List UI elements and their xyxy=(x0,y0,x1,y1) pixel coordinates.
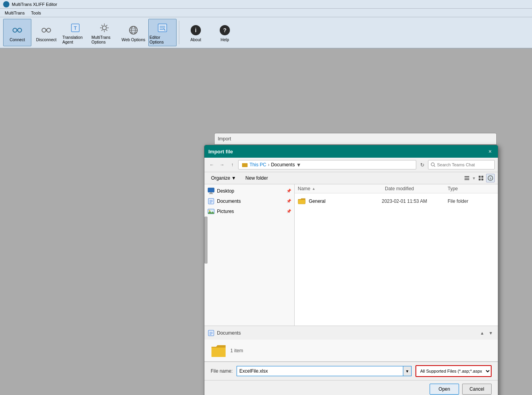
folder-scroll-down-button[interactable]: ▼ xyxy=(487,329,495,337)
breadcrumb-current: Documents xyxy=(271,162,295,167)
main-area: Import Import file × ← → ↑ This PC › Doc… xyxy=(0,49,532,395)
col-type-header[interactable]: Type xyxy=(448,186,495,191)
current-folder-label: Documents xyxy=(217,330,241,336)
filetype-dropdown: All Supported Files (*.asp;*.aspx All Fi… xyxy=(415,365,492,377)
view-dropdown-arrow[interactable]: ▼ xyxy=(472,176,476,180)
toolbar-btn-translation-agent[interactable]: T Translation Agent xyxy=(61,19,89,46)
sidebar-item-pictures[interactable]: Pictures 📌 xyxy=(204,206,294,217)
pin-icon: 📌 xyxy=(286,189,291,193)
app-title: MultiTrans XLIFF Editor xyxy=(12,2,57,7)
filename-dropdown-button[interactable]: ▼ xyxy=(403,366,412,376)
main-panel: Name ▲ Date modified Type xyxy=(295,184,498,326)
file-browser: Desktop 📌 Documents 📌 xyxy=(204,184,498,326)
import-title-label: Import xyxy=(218,136,231,142)
toolbar-btn-help[interactable]: ? Help xyxy=(211,19,239,46)
folder-large-icon xyxy=(211,344,226,358)
organize-label: Organize xyxy=(211,175,230,181)
help-view-icon: ? xyxy=(488,175,493,181)
toolbar-btn-connect[interactable]: Connect xyxy=(3,19,31,46)
menu-multitrans[interactable]: MultiTrans xyxy=(2,10,28,16)
file-row-general[interactable]: General 2023-02-01 11:53 AM File folder xyxy=(295,195,498,208)
folder-nav-arrows: ▲ ▼ xyxy=(478,329,495,337)
folder-icon xyxy=(298,197,306,205)
dialog-title-bar: Import file × xyxy=(204,145,498,158)
organize-button[interactable]: Organize ▼ xyxy=(208,174,240,182)
search-input[interactable] xyxy=(437,162,492,167)
import-file-dialog: Import file × ← → ↑ This PC › Documents … xyxy=(204,145,498,395)
agent-icon: T xyxy=(69,22,82,34)
action-row: Open Cancel xyxy=(204,380,498,395)
browser-bottom-bar: Documents ▲ ▼ xyxy=(204,326,498,340)
refresh-button[interactable]: ↻ xyxy=(418,160,426,169)
import-title-window[interactable]: Import xyxy=(214,133,497,145)
breadcrumb-dropdown-button[interactable]: ▼ xyxy=(295,160,302,169)
search-box xyxy=(428,160,495,169)
file-type-general: File folder xyxy=(448,198,495,204)
dialog-toolbar: Organize ▼ New folder ▼ xyxy=(204,172,498,184)
title-bar: MultiTrans XLIFF Editor xyxy=(0,0,532,9)
nav-up-button[interactable]: ↑ xyxy=(228,160,237,169)
svg-rect-32 xyxy=(481,178,483,180)
col-name-label: Name xyxy=(298,186,310,191)
editor-icon xyxy=(156,22,169,34)
dialog-close-button[interactable]: × xyxy=(486,147,494,155)
breadcrumb-item[interactable]: This PC xyxy=(250,162,266,167)
svg-rect-26 xyxy=(465,176,469,177)
help-view-button[interactable]: ? xyxy=(486,174,495,182)
col-type-label: Type xyxy=(448,186,458,191)
col-name-header[interactable]: Name ▲ xyxy=(298,186,385,191)
filename-input[interactable] xyxy=(237,366,403,376)
organize-chevron-icon: ▼ xyxy=(231,175,236,181)
toolbar-separator xyxy=(179,21,179,44)
svg-text:i: i xyxy=(195,27,197,33)
col-date-label: Date modified xyxy=(385,186,414,191)
toolbar-btn-disconnect[interactable]: Disconnect xyxy=(32,19,60,46)
sidebar-item-desktop[interactable]: Desktop 📌 xyxy=(204,186,294,196)
sidebar-scrollbar-thumb[interactable] xyxy=(204,217,208,264)
svg-point-4 xyxy=(47,28,51,32)
pin-icon-2: 📌 xyxy=(286,199,291,204)
folder-breadcrumb-icon xyxy=(242,162,248,168)
sidebar-documents-label: Documents xyxy=(217,198,241,204)
toolbar-btn-about-label: About xyxy=(190,37,201,42)
menu-bar: MultiTrans Tools xyxy=(0,9,532,17)
folder-info: 1 item xyxy=(230,348,243,353)
breadcrumb-bar: This PC › Documents ▼ xyxy=(238,160,416,169)
toolbar-btn-multitrans-options[interactable]: MultiTrans Options xyxy=(90,19,118,46)
view-list-button[interactable] xyxy=(463,174,471,182)
nav-forward-button[interactable]: → xyxy=(218,160,226,169)
svg-rect-36 xyxy=(210,192,212,193)
toolbar-btn-multitrans-options-label: MultiTrans Options xyxy=(91,35,117,44)
cancel-button[interactable]: Cancel xyxy=(462,384,492,395)
svg-point-0 xyxy=(13,28,17,32)
file-name-general: General xyxy=(309,198,379,204)
filetype-select[interactable]: All Supported Files (*.asp;*.aspx All Fi… xyxy=(416,366,491,376)
documents-icon xyxy=(208,198,215,205)
folder-scroll-up-button[interactable]: ▲ xyxy=(478,329,486,337)
folder-preview-bar: 1 item xyxy=(204,340,498,362)
svg-point-3 xyxy=(42,28,46,32)
list-view-icon xyxy=(464,175,470,181)
toolbar-btn-editor-options[interactable]: Editor Options xyxy=(148,19,177,46)
file-date-general: 2023-02-01 11:53 AM xyxy=(382,198,445,204)
sidebar-item-documents[interactable]: Documents 📌 xyxy=(204,196,294,206)
sidebar-pictures-label: Pictures xyxy=(217,209,234,214)
menu-tools[interactable]: Tools xyxy=(28,10,44,16)
svg-rect-35 xyxy=(208,188,214,192)
open-button[interactable]: Open xyxy=(430,384,459,395)
new-folder-button[interactable]: New folder xyxy=(242,174,271,182)
col-date-header[interactable]: Date modified xyxy=(385,186,448,191)
toolbar-btn-disconnect-label: Disconnect xyxy=(36,37,56,42)
folder-item-count: 1 item xyxy=(230,348,243,353)
svg-rect-49 xyxy=(211,348,226,357)
pin-icon-3: 📌 xyxy=(286,209,291,214)
svg-line-25 xyxy=(434,166,435,167)
view-large-icons-button[interactable] xyxy=(477,174,485,182)
toolbar-btn-web-options-label: Web Options xyxy=(122,37,146,42)
toolbar-btn-web-options[interactable]: Web Options xyxy=(119,19,148,46)
nav-back-button[interactable]: ← xyxy=(208,160,216,169)
toolbar-btn-about[interactable]: i About xyxy=(182,19,210,46)
filename-label: File name: xyxy=(211,368,233,374)
search-icon xyxy=(431,162,435,167)
web-icon xyxy=(127,24,140,36)
